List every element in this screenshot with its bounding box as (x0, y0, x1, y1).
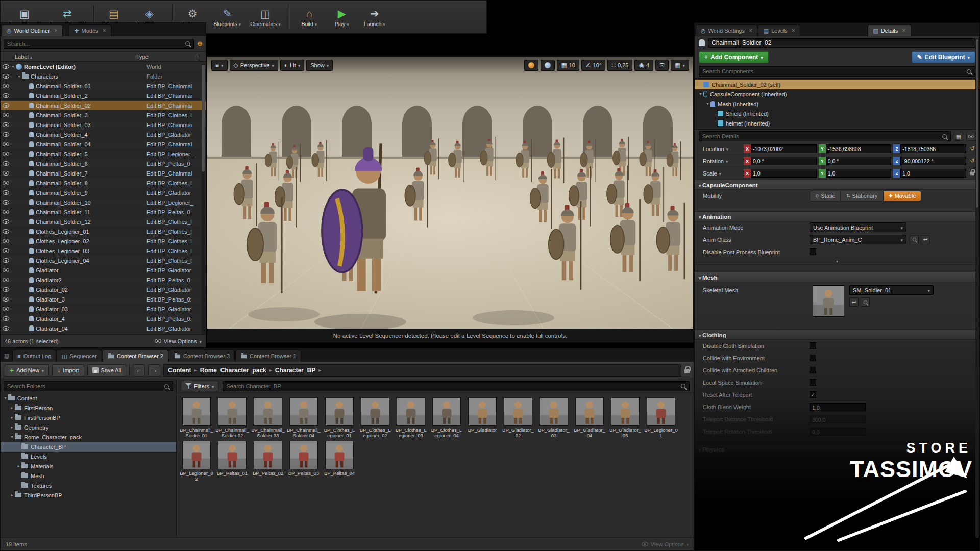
expander-icon[interactable]: ▾ (705, 102, 710, 106)
outliner-row[interactable]: Clothes_Legioner_04Edit BP_Clothes_l (1, 256, 206, 265)
visibility-eye-icon[interactable] (3, 190, 9, 195)
edit-blueprint-link[interactable]: Edit BP_Clothes_l (146, 248, 206, 254)
outliner-row[interactable]: Chainmail_Soldier_02Edit BP_Chainmai (1, 101, 206, 110)
checkbox[interactable] (810, 379, 816, 386)
asset-tile[interactable]: BP_Peltas_01 (215, 441, 249, 482)
outliner-row[interactable]: Chainmail_Soldier_8Edit BP_Clothes_l (1, 178, 206, 188)
expander-icon[interactable]: ▸ (16, 464, 21, 468)
visibility-eye-icon[interactable] (3, 297, 9, 302)
blueprints-button[interactable]: ✎Blueprints (209, 2, 245, 32)
checkbox[interactable]: ✓ (810, 391, 816, 398)
viewport-options-button[interactable]: ≡ (211, 60, 228, 71)
search-components-input[interactable] (699, 66, 975, 77)
cinematics-button[interactable]: ◫Cinematics (246, 2, 284, 32)
viewport-layout-button[interactable]: ▦ (671, 60, 689, 71)
component-row[interactable]: ▾CapsuleComponent (Inherited) (695, 89, 979, 99)
search-assets-input[interactable] (223, 381, 690, 391)
number-field[interactable]: 1,0 (810, 403, 866, 411)
edit-blueprint-link[interactable]: Edit BP_Peltas_0 (146, 209, 206, 215)
expander-icon[interactable]: ▸ (9, 406, 15, 410)
capsule-component-section-header[interactable]: CapsuleComponent (695, 180, 979, 190)
outliner-row[interactable]: Gladiator_3Edit BP_Peltas_0: (1, 294, 206, 304)
outliner-row[interactable]: Chainmail_Soldier_9Edit BP_Gladiator (1, 188, 206, 197)
visibility-eye-icon[interactable] (3, 219, 9, 224)
outliner-row[interactable]: Chainmail_Soldier_12Edit BP_Clothes_l (1, 217, 206, 227)
visibility-eye-icon[interactable] (3, 181, 9, 185)
back-button[interactable]: ← (133, 364, 145, 377)
tab-levels[interactable]: ▤Levels✕ (758, 24, 800, 36)
lit-mode-button[interactable]: ◐Lit (280, 60, 304, 71)
folder-row[interactable]: ▸Geometry (1, 422, 176, 432)
scale-z-field[interactable]: 1,0 (900, 169, 966, 178)
visibility-eye-icon[interactable] (3, 152, 9, 156)
asset-tile[interactable]: BP_Chainmail_Soldier 04 (287, 397, 321, 439)
scale-y-field[interactable]: 1,0 (826, 169, 892, 178)
column-label[interactable]: Label ▴ (1, 54, 136, 60)
asset-tile[interactable]: BP_Gladiator (465, 397, 499, 439)
browse-asset-icon[interactable] (861, 297, 870, 307)
edit-blueprint-link[interactable]: Edit BP_Legioner_ (146, 151, 206, 157)
clothing-section-header[interactable]: Clothing (695, 330, 979, 340)
visibility-eye-icon[interactable] (3, 316, 9, 321)
expander-icon[interactable]: ▾ (16, 74, 22, 79)
header-menu-icon[interactable]: ≡ (195, 54, 206, 60)
outliner-row[interactable]: Gladiator_4Edit BP_Peltas_0: (1, 314, 206, 323)
outliner-row[interactable]: Chainmail_Soldier_4Edit BP_Gladiator (1, 130, 206, 139)
edit-blueprint-link[interactable]: Edit BP_Gladiator (146, 306, 206, 312)
asset-tile[interactable]: BP_Legioner_02 (180, 441, 213, 482)
outliner-row[interactable]: Gladiator_03Edit BP_Gladiator (1, 304, 206, 314)
breadcrumb-segment[interactable]: Rome_Character_pack (200, 367, 266, 374)
expander-icon[interactable]: ▾ (3, 396, 8, 400)
visibility-eye-icon[interactable] (3, 326, 9, 331)
save-all-button[interactable]: Save All (87, 364, 127, 377)
folder-row[interactable]: Textures (1, 481, 176, 490)
edit-blueprint-link[interactable]: Edit BP_Gladiator (146, 190, 206, 196)
outliner-row[interactable]: Chainmail_Soldier_04Edit BP_Chainmai (1, 139, 206, 149)
asset-tile[interactable]: BP_Gladiator_05 (608, 397, 642, 439)
scale-snap-button[interactable]: ∷0,25 (607, 60, 632, 71)
close-icon[interactable]: ✕ (792, 28, 796, 33)
edit-blueprint-link[interactable]: Edit BP_Peltas_0 (146, 277, 206, 283)
mobility-static-button[interactable]: ⊙Static (810, 191, 841, 201)
outliner-filter-icon[interactable]: ⊕ (197, 40, 203, 47)
asset-tile[interactable]: BP_Peltas_04 (323, 441, 356, 482)
tab-world-outliner[interactable]: ◎ World Outliner ✕ (2, 24, 63, 36)
mobility-stationary-button[interactable]: ⇅Stationary (841, 191, 883, 201)
edit-blueprint-link[interactable]: Edit BP_Clothes_l (146, 238, 206, 244)
tab-content-browser-3[interactable]: Content Browser 3 (169, 350, 235, 362)
expander-icon[interactable]: ▾ (10, 64, 16, 69)
breadcrumb-segment[interactable]: Content (168, 367, 191, 374)
folder-row[interactable]: ▸FirstPersonBP (1, 413, 176, 422)
expand-advanced-strip[interactable]: ▼ (695, 258, 979, 265)
edit-blueprint-link[interactable]: Edit BP_Clothes_l (146, 180, 206, 186)
visibility-eye-icon[interactable] (3, 229, 9, 234)
location-label[interactable]: Location (698, 146, 742, 152)
outliner-row[interactable]: Chainmail_Soldier_11Edit BP_Peltas_0 (1, 207, 206, 217)
edit-blueprint-link[interactable]: Edit BP_Chainmai (146, 170, 206, 177)
visibility-eye-icon[interactable] (3, 122, 9, 127)
rotation-z-field[interactable]: -90,000122 ° (900, 157, 966, 165)
folder-row[interactable]: Character_BP (1, 442, 176, 452)
outliner-row[interactable]: Chainmail_Soldier_3Edit BP_Clothes_l (1, 110, 206, 120)
outliner-row[interactable]: ▾RomeLevel (Editor)World (1, 62, 206, 71)
filters-button[interactable]: Filters (181, 381, 218, 391)
component-row[interactable]: Shield (Inherited) (695, 109, 979, 118)
rotation-x-field[interactable]: 0,0 ° (751, 157, 817, 165)
rotation-label[interactable]: Rotation (698, 158, 742, 164)
breadcrumb-segment[interactable]: Character_BP (275, 367, 315, 374)
grid-snap-button[interactable]: ▦10 (557, 60, 579, 71)
add-component-button[interactable]: +Add Component (699, 51, 769, 63)
forward-button[interactable]: → (148, 364, 160, 377)
world-space-button[interactable] (541, 60, 555, 71)
skeletal-mesh-dropdown[interactable]: SM_Soldier_01 (849, 285, 934, 295)
asset-tile[interactable]: BP_Chainmail_Soldier 02 (215, 397, 249, 439)
search-details-input[interactable] (699, 131, 951, 141)
expander-icon[interactable]: ▸ (9, 425, 15, 430)
edit-blueprint-link[interactable]: Edit BP_Gladiator (146, 287, 206, 293)
expander-icon[interactable]: ▾ (698, 92, 703, 96)
animation-section-header[interactable]: Animation (695, 211, 979, 221)
visibility-eye-icon[interactable] (3, 103, 9, 108)
column-type[interactable]: Type (136, 54, 195, 60)
outliner-row[interactable]: Gladiator2Edit BP_Peltas_0 (1, 275, 206, 285)
folder-row[interactable]: Mesh (1, 471, 176, 481)
